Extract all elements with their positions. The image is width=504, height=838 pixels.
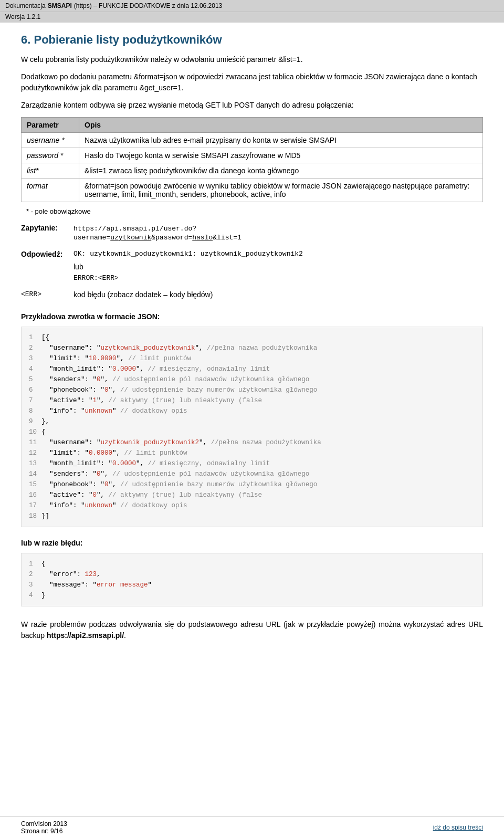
error-code-block: 1{2 "error": 123,3 "message": "error mes…: [21, 553, 483, 606]
desc-cell: Hasło do Twojego konta w serwisie SMSAPI…: [79, 148, 483, 163]
code-line: 9},: [29, 416, 475, 427]
json-code-block: 1[{2 "username": "uzytkownik_poduzytkown…: [21, 327, 483, 527]
err-desc: kod błędu (zobacz dodatek – kody błędów): [74, 290, 483, 299]
version-label: Wersja 1.2.1: [5, 13, 40, 20]
footer-page: Strona nr: 9/16: [21, 827, 67, 835]
desc-cell: &list=1 zwraca listę podużytkowników dla…: [79, 163, 483, 179]
code-line: 12 "limit": "0.0000", // limit punktów: [29, 448, 475, 458]
top-bar-subtitle: (https) – FUNKCJE DODATKOWE z dnia 12.06…: [74, 2, 223, 9]
query-params: username=uzytkownik&password=haslo&list=…: [74, 234, 242, 242]
top-bar-title: SMSAPI: [48, 2, 72, 9]
code-line: 17 "info": "unknown" // dodatkowy opis: [29, 500, 475, 511]
response-section: Odpowiedź: OK: uzytkownik_poduzytkownik1…: [21, 250, 483, 258]
code-line: 16 "active": "0", // aktywny (true) lub …: [29, 490, 475, 500]
error-example-heading: lub w razie błędu:: [21, 538, 483, 549]
response-value: OK: uzytkownik_poduzytkownik1: uzytkowni…: [74, 250, 483, 258]
code-line: 11 "username": "uzytkownik_poduzytkownik…: [29, 437, 475, 448]
code-line: 1{: [29, 559, 475, 569]
footer: ComVision 2013 Strona nr: 9/16 idź do sp…: [0, 816, 504, 838]
table-row: username *Nazwa użytkownika lub adres e-…: [22, 133, 483, 148]
code-line: 18}]: [29, 511, 475, 521]
query-value: https://api.smsapi.pl/user.do? username=…: [74, 224, 483, 242]
code-line: 4 "month_limit": "0.0000", // miesięczny…: [29, 364, 475, 374]
closing-bold: https://api2.smsapi.pl/: [47, 631, 124, 640]
param-cell: format: [22, 179, 79, 202]
table-row: password *Hasło do Twojego konta w serwi…: [22, 148, 483, 163]
query-param-username: uzytkownik: [110, 234, 151, 242]
main-content: 6. Pobieranie listy podużytkowników W ce…: [0, 23, 504, 679]
response-ok: OK: uzytkownik_poduzytkownik1: uzytkowni…: [74, 250, 483, 258]
footer-right: idź do spisu treści: [433, 824, 483, 831]
code-line: 10{: [29, 427, 475, 437]
table-row: format&format=json powoduje zwrócenie w …: [22, 179, 483, 202]
err-label: <ERR>: [21, 290, 74, 298]
table-col-desc: Opis: [79, 118, 483, 133]
code-line: 3 "limit": "10.0000", // limit punktów: [29, 353, 475, 364]
version-bar: Wersja 1.2.1: [0, 12, 504, 23]
code-line: 3 "message": "error message": [29, 580, 475, 590]
json-example-heading: Przykładowa zwrotka w formacie JSON:: [21, 311, 483, 322]
err-section: <ERR> kod błędu (zobacz dodatek – kody b…: [21, 290, 483, 299]
param-cell: list*: [22, 163, 79, 179]
code-line: 1[{: [29, 332, 475, 343]
table-col-param: Parametr: [22, 118, 79, 133]
code-line: 8 "info": "unknown" // dodatkowy opis: [29, 406, 475, 416]
code-line: 2 "error": 123,: [29, 569, 475, 580]
footer-nav-link[interactable]: idź do spisu treści: [433, 824, 483, 831]
footer-left: ComVision 2013 Strona nr: 9/16: [21, 820, 67, 835]
code-line: 15 "phonebook": "0", // udostępnienie ba…: [29, 479, 475, 490]
top-bar-prefix: Dokumentacja: [5, 2, 46, 9]
query-label: Zapytanie:: [21, 224, 74, 232]
footer-company: ComVision 2013: [21, 820, 67, 827]
json-example-section: Przykładowa zwrotka w formacie JSON: 1[{…: [21, 311, 483, 527]
code-line: 6 "phonebook": "0", // udostępnienie baz…: [29, 385, 475, 395]
query-param-password: haslo: [192, 234, 213, 242]
desc-cell: &format=json powoduje zwrócenie w wyniku…: [79, 179, 483, 202]
intro-para-1: W celu pobrania listy podużytkowników na…: [21, 54, 483, 65]
code-line: 14 "senders": "0", // udostępnienie pól …: [29, 469, 475, 479]
response-error: ERROR:<ERR>: [74, 274, 483, 282]
code-line: 7 "active": "1", // aktywny (true) lub n…: [29, 395, 475, 406]
table-intro-text: Zarządzanie kontem odbywa się przez wysł…: [21, 100, 483, 111]
parameter-table: Parametr Opis username *Nazwa użytkownik…: [21, 117, 483, 202]
code-line: 2 "username": "uzytkownik_poduzytkownik"…: [29, 343, 475, 353]
table-row: list*&list=1 zwraca listę podużytkownikó…: [22, 163, 483, 179]
response-or: lub: [74, 263, 483, 271]
asterisk-note: * - pole obowiązkowe: [26, 207, 483, 215]
param-cell: password *: [22, 148, 79, 163]
code-line: 4}: [29, 590, 475, 601]
query-url: https://api.smsapi.pl/user.do?: [74, 225, 196, 233]
code-line: 5 "senders": "0", // udostępnienie pól n…: [29, 374, 475, 385]
error-example-section: lub w razie błędu: 1{2 "error": 123,3 "m…: [21, 538, 483, 606]
top-bar: Dokumentacja SMSAPI (https) – FUNKCJE DO…: [0, 0, 504, 12]
page-heading: 6. Pobieranie listy podużytkowników: [21, 33, 483, 47]
closing-para: W razie problemów podczas odwoływania si…: [21, 619, 483, 641]
param-cell: username *: [22, 133, 79, 148]
query-section: Zapytanie: https://api.smsapi.pl/user.do…: [21, 224, 483, 242]
code-line: 13 "month_limit": "0.0000", // miesięczn…: [29, 458, 475, 469]
response-label: Odpowiedź:: [21, 250, 74, 258]
intro-para-2: Dodatkowo po dodaniu parametru &format=j…: [21, 71, 483, 93]
desc-cell: Nazwa użytkownika lub adres e-mail przyp…: [79, 133, 483, 148]
